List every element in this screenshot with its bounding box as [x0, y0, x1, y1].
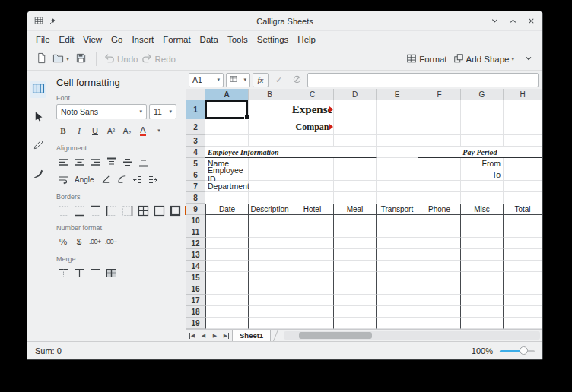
column-header-G[interactable]: G: [461, 89, 504, 100]
indent-increase-button[interactable]: [147, 172, 160, 187]
border-thick-outline-button[interactable]: [168, 203, 182, 218]
cell-H14[interactable]: [504, 261, 542, 272]
cell-C18[interactable]: [291, 306, 334, 318]
cell-D5[interactable]: [334, 158, 377, 169]
cell-H8[interactable]: [504, 192, 542, 204]
format-button[interactable]: Format: [406, 50, 446, 68]
row-header-1[interactable]: 1: [186, 100, 205, 119]
percent-format-button[interactable]: %: [56, 234, 70, 249]
cell-A2[interactable]: [205, 119, 249, 135]
row-header-3[interactable]: 3: [186, 135, 205, 147]
row-header-7[interactable]: 7: [186, 181, 205, 192]
cell-reference-box[interactable]: A1 ▾: [189, 73, 224, 87]
formula-button[interactable]: fx: [253, 73, 269, 87]
cell-tool-button[interactable]: [30, 81, 46, 98]
align-center-button[interactable]: [72, 154, 86, 169]
row-header-19[interactable]: 19: [186, 318, 205, 329]
cell-E17[interactable]: [377, 295, 418, 306]
cell-H6[interactable]: [504, 169, 542, 181]
column-header-H[interactable]: H: [504, 89, 542, 100]
cell-C10[interactable]: [291, 215, 334, 226]
horizontal-scrollbar[interactable]: [284, 331, 540, 340]
cell-D3[interactable]: [334, 135, 377, 147]
menu-help[interactable]: Help: [293, 33, 320, 46]
align-top-button[interactable]: [104, 154, 118, 169]
cell-C3[interactable]: [291, 135, 334, 147]
subscript-button[interactable]: A₂: [120, 123, 134, 138]
row-header-15[interactable]: 15: [186, 272, 205, 283]
toolbar-overflow-button[interactable]: [520, 50, 537, 68]
cell-C12[interactable]: [291, 238, 334, 249]
italic-button[interactable]: I: [72, 123, 86, 138]
border-none-button[interactable]: [56, 203, 70, 218]
menu-settings[interactable]: Settings: [253, 33, 294, 46]
cell-A19[interactable]: [205, 318, 249, 329]
cell-C2[interactable]: Compan: [291, 119, 334, 135]
cell-D6[interactable]: [334, 169, 377, 181]
text-color-button[interactable]: A: [136, 123, 150, 138]
cell-C7[interactable]: [291, 181, 334, 192]
row-header-9[interactable]: 9: [186, 204, 205, 215]
cell-E18[interactable]: [377, 306, 418, 318]
cell-E13[interactable]: [377, 249, 418, 261]
cell-E19[interactable]: [377, 318, 418, 329]
cell-C17[interactable]: [291, 295, 334, 306]
cell-B2[interactable]: [249, 119, 291, 135]
border-top-button[interactable]: [88, 203, 102, 218]
superscript-button[interactable]: A²: [104, 123, 118, 138]
row-header-16[interactable]: 16: [186, 283, 205, 295]
minimize-icon[interactable]: [491, 17, 499, 25]
cell-H15[interactable]: [504, 272, 542, 283]
cell-F1[interactable]: [418, 100, 461, 119]
wrap-text-button[interactable]: [56, 172, 70, 187]
cell-E14[interactable]: [377, 261, 418, 272]
cell-H5[interactable]: [504, 158, 542, 169]
border-bottom-button[interactable]: [72, 203, 86, 218]
row-header-14[interactable]: 14: [186, 261, 205, 272]
column-header-F[interactable]: F: [418, 89, 461, 100]
row-header-6[interactable]: 6: [186, 169, 205, 181]
menu-go[interactable]: Go: [106, 33, 127, 46]
cell-F4[interactable]: Pay Period: [418, 147, 542, 158]
cell-A16[interactable]: [205, 283, 249, 295]
cell-B8[interactable]: [249, 192, 291, 204]
cell-E6[interactable]: [377, 169, 418, 181]
cell-E5[interactable]: [377, 158, 418, 169]
cell-F19[interactable]: [418, 318, 461, 329]
cell-G8[interactable]: [461, 192, 504, 204]
border-outline-button[interactable]: [152, 203, 166, 218]
row-header-18[interactable]: 18: [186, 306, 205, 318]
align-left-button[interactable]: [56, 154, 70, 169]
cell-G15[interactable]: [461, 272, 504, 283]
cell-E1[interactable]: [377, 100, 418, 119]
indent-decrease-button[interactable]: [131, 172, 145, 187]
cell-G9[interactable]: Misc: [461, 204, 504, 215]
bold-button[interactable]: B: [56, 123, 70, 138]
cell-H1[interactable]: [504, 100, 542, 119]
cell-H13[interactable]: [504, 249, 542, 261]
cell-G2[interactable]: [461, 119, 504, 135]
align-middle-button[interactable]: [120, 154, 134, 169]
column-header-B[interactable]: B: [249, 89, 291, 100]
cell-C14[interactable]: [291, 261, 334, 272]
cell-D2[interactable]: [334, 119, 377, 135]
column-header-E[interactable]: E: [377, 89, 418, 100]
maximize-icon[interactable]: [509, 17, 517, 25]
close-icon[interactable]: [527, 17, 535, 25]
cell-B9[interactable]: Description: [249, 204, 291, 215]
menu-file[interactable]: File: [31, 33, 55, 46]
row-header-17[interactable]: 17: [186, 295, 205, 306]
cell-C11[interactable]: [291, 226, 334, 238]
cell-A10[interactable]: [205, 215, 249, 226]
menu-edit[interactable]: Edit: [55, 33, 79, 46]
cell-F3[interactable]: [418, 135, 461, 147]
cell-A1[interactable]: [205, 100, 249, 119]
cell-A7[interactable]: Department: [205, 181, 249, 192]
last-sheet-button[interactable]: ▶: [221, 330, 232, 341]
cell-B3[interactable]: [249, 135, 291, 147]
cell-B7[interactable]: [249, 181, 291, 192]
cell-G10[interactable]: [461, 215, 504, 226]
cell-A18[interactable]: [205, 306, 249, 318]
cell-H10[interactable]: [504, 215, 542, 226]
cell-B13[interactable]: [249, 249, 291, 261]
